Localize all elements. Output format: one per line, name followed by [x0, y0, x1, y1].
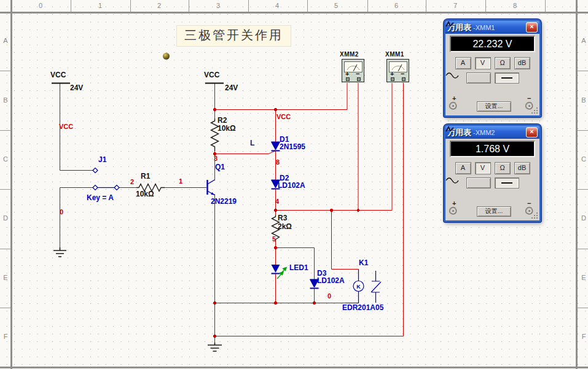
multimeter-panel-xmm2[interactable]: 万用表 -XMM2 × 1.768 V A V Ω dB + −: [444, 124, 541, 222]
schematic-title-note[interactable]: 三极管开关作用: [176, 25, 291, 47]
instrument-xmm2-label[interactable]: XMM2: [340, 51, 359, 58]
diode-d2-value[interactable]: LD102A: [278, 182, 305, 189]
vcc-left-value[interactable]: 24V: [70, 84, 83, 91]
net-label-5[interactable]: 5: [272, 235, 276, 243]
dc-line-icon: [501, 182, 512, 184]
close-button[interactable]: ×: [526, 22, 538, 33]
sine-wave-icon: [445, 72, 459, 79]
meter-terminal-plus[interactable]: [346, 77, 350, 81]
ampere-button[interactable]: A: [455, 57, 471, 69]
volt-button[interactable]: V: [475, 57, 491, 69]
net-label-3[interactable]: 3: [214, 155, 218, 162]
net-label-0-right[interactable]: 0: [327, 292, 331, 300]
resistor-r3-value[interactable]: 2kΩ: [278, 223, 292, 230]
plus-terminal-sign: +: [452, 200, 456, 207]
titlebar[interactable]: 万用表 -XMM1 ×: [445, 21, 539, 34]
window-title-suffix: -XMM2: [473, 129, 495, 136]
plus-terminal-sign: +: [452, 95, 456, 102]
switch-j1-key[interactable]: Key = A: [87, 194, 114, 201]
meter-terminal-minus[interactable]: [357, 77, 361, 81]
sine-wave-icon: [445, 177, 459, 184]
net-label-1[interactable]: 1: [179, 177, 182, 185]
plus-terminal[interactable]: [449, 207, 457, 215]
settings-button[interactable]: 设置...: [477, 101, 511, 112]
multimeter-icon-xmm1[interactable]: + −: [386, 59, 409, 82]
diode-d1-symbol[interactable]: [272, 142, 280, 151]
meter-terminal-minus[interactable]: [402, 77, 406, 81]
signal-button-row: [445, 72, 539, 84]
resistor-r3-ref[interactable]: R3: [278, 214, 287, 222]
switch-j1-ref[interactable]: J1: [98, 156, 106, 163]
ampere-button[interactable]: A: [455, 162, 471, 174]
signal-button-row: [445, 177, 539, 188]
minus-terminal-sign: −: [527, 95, 531, 102]
net-label-8[interactable]: 8: [276, 158, 280, 166]
dc-mode-button[interactable]: [495, 177, 519, 188]
plus-sign: +: [390, 70, 394, 77]
resistor-r1-value[interactable]: 10kΩ: [136, 190, 154, 198]
minus-sign: −: [401, 70, 404, 77]
dc-mode-button[interactable]: [495, 72, 519, 84]
net-label-vcc-mid[interactable]: VCC: [276, 113, 291, 120]
vcc-mid-label[interactable]: VCC: [204, 71, 219, 79]
ohm-button[interactable]: Ω: [495, 162, 511, 174]
plus-sign: +: [345, 70, 349, 77]
ohm-button[interactable]: Ω: [495, 57, 511, 69]
resize-grip[interactable]: [531, 212, 538, 219]
switch-j1-symbol[interactable]: [93, 168, 119, 190]
window-title-suffix: -XMM1: [473, 24, 495, 31]
relay-k1-ref[interactable]: K1: [359, 259, 368, 266]
ground-symbols[interactable]: [53, 247, 222, 351]
multimeter-app-icon: [445, 21, 454, 28]
resistor-r2-ref[interactable]: R2: [218, 117, 227, 124]
db-button[interactable]: dB: [514, 162, 530, 174]
transistor-q1-ref[interactable]: Q1: [215, 163, 225, 171]
led1-symbol[interactable]: [272, 265, 287, 279]
resistor-r2-value[interactable]: 10kΩ: [218, 125, 236, 132]
schematic-canvas[interactable]: 0 1 2 3 4 5 6 7 8 A B C D E F A B C D E …: [0, 0, 588, 369]
net-label-2[interactable]: 2: [130, 178, 134, 185]
led1-ref[interactable]: LED1: [289, 264, 308, 271]
dc-line-icon: [501, 77, 512, 79]
resize-grip[interactable]: [531, 107, 538, 114]
close-button[interactable]: ×: [526, 127, 538, 138]
vcc-left-label[interactable]: VCC: [50, 71, 66, 79]
transistor-q1-value[interactable]: 2N2219: [211, 198, 237, 205]
transistor-q1-symbol[interactable]: [208, 180, 215, 195]
relay-contact-icon: [371, 271, 381, 303]
multimeter-panel-xmm1[interactable]: 万用表 -XMM1 × 22.232 V A V Ω dB + −: [444, 19, 541, 117]
db-button[interactable]: dB: [514, 57, 530, 69]
minus-sign: −: [356, 70, 359, 77]
meter-terminal-plus[interactable]: [391, 77, 394, 81]
mode-button-row: A V Ω dB: [445, 57, 539, 69]
net-label-4[interactable]: 4: [275, 198, 279, 205]
relay-coil-letter: K: [356, 284, 361, 290]
ac-mode-button[interactable]: [466, 72, 491, 84]
multimeter-app-icon: [445, 126, 454, 133]
net-label-l[interactable]: L: [250, 139, 254, 147]
mode-button-row: A V Ω dB: [445, 162, 539, 174]
titlebar[interactable]: 万用表 -XMM2 ×: [445, 126, 539, 139]
volt-button[interactable]: V: [475, 162, 491, 174]
relay-k1-symbol[interactable]: K: [345, 270, 381, 303]
vcc-mid-value[interactable]: 24V: [225, 84, 238, 91]
plus-terminal[interactable]: [449, 102, 457, 110]
net-label-0-left[interactable]: 0: [60, 208, 63, 216]
resistor-r1-ref[interactable]: R1: [141, 173, 150, 180]
ac-mode-button[interactable]: [466, 177, 491, 188]
minus-terminal-sign: −: [527, 200, 531, 207]
diode-d3-value[interactable]: LD102A: [317, 277, 345, 284]
settings-button[interactable]: 设置...: [477, 206, 511, 217]
reading-display: 1.768 V: [450, 141, 535, 157]
marker-dot-icon[interactable]: [163, 53, 170, 60]
multimeter-icon-xmm2[interactable]: + −: [342, 59, 364, 82]
net-label-vcc-left[interactable]: VCC: [59, 123, 73, 130]
relay-k1-value[interactable]: EDR201A05: [342, 304, 383, 311]
reading-display: 22.232 V: [450, 36, 535, 52]
diode-d1-value[interactable]: 2N1595: [280, 143, 305, 150]
instrument-xmm1-label[interactable]: XMM1: [385, 51, 404, 58]
